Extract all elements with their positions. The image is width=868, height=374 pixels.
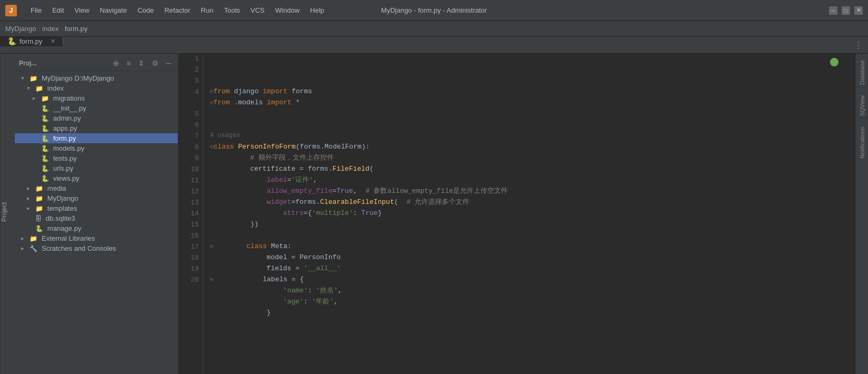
indent-space	[19, 174, 31, 182]
tree-item-media[interactable]: ▸📁media	[15, 183, 178, 193]
code-line-1: ⊖from django import forms	[210, 86, 849, 97]
line-number-12: 12	[182, 186, 199, 198]
line-numbers: 1234 567891011121314151617181920	[178, 54, 204, 374]
menu-item-vcs[interactable]: VCS	[246, 5, 269, 16]
tree-item-templates[interactable]: ▸📁templates	[15, 203, 178, 213]
tree-item---init---py[interactable]: 🐍__init__.py	[15, 103, 178, 113]
tree-arrow	[33, 155, 39, 162]
indent-space	[19, 124, 31, 132]
code-editor[interactable]: 1234 567891011121314151617181920 ⊖from d…	[178, 54, 855, 374]
tree-item-label: MyDjango D:\MyDjango	[42, 74, 114, 82]
tree-item-Scratches-and-Consoles[interactable]: ▸🔧Scratches and Consoles	[15, 243, 178, 253]
tree-arrow	[33, 105, 39, 112]
menu-item-navigate[interactable]: Navigate	[95, 5, 131, 16]
tree-arrow: ▾	[21, 75, 27, 82]
tab-close-icon[interactable]: ✕	[51, 38, 55, 45]
code-line-15: model = PersonInfo	[210, 252, 849, 263]
menu-item-tools[interactable]: Tools	[220, 5, 244, 16]
tree-item-admin-py[interactable]: 🐍admin.py	[15, 113, 178, 123]
indent-space	[19, 104, 31, 112]
tree-item-form-py[interactable]: 🐍form.py	[15, 133, 178, 143]
line-number-14: 14	[182, 209, 199, 220]
tree-item-label: form.py	[53, 134, 76, 142]
expand-all-icon[interactable]: ≡	[124, 58, 133, 68]
right-sidebar-database[interactable]: Database	[858, 56, 866, 89]
line-number-1: 1	[182, 54, 199, 65]
breadcrumb-part-2[interactable]: form.py	[65, 25, 88, 33]
tree-item-db-sqlite3[interactable]: 🗄db.sqlite3	[15, 213, 178, 223]
title-bar: J FileEditViewNavigateCodeRefactorRunToo…	[0, 0, 868, 21]
code-line-9: allow_empty_file=True, # 参数allow_empty_f…	[210, 186, 849, 197]
code-line-19: 'age': '年龄',	[210, 297, 849, 308]
code-line-8: label='证件',	[210, 175, 849, 186]
code-line-17: ⊖ labels = {	[210, 274, 849, 286]
indent-space	[19, 84, 25, 92]
menu-item-view[interactable]: View	[70, 5, 93, 16]
right-sidebar-sqview[interactable]: SQView	[858, 91, 866, 121]
tree-item-MyDjango--D--MyDjango[interactable]: ▾📁MyDjango D:\MyDjango	[15, 73, 178, 83]
indent-space	[19, 184, 25, 192]
code-line-20: }	[210, 308, 849, 319]
file-icon: 📁	[35, 185, 43, 192]
tree-arrow	[33, 175, 39, 182]
tree-item-urls-py[interactable]: 🐍urls.py	[15, 163, 178, 173]
maximize-button[interactable]: □	[842, 6, 850, 15]
menu-item-code[interactable]: Code	[133, 5, 158, 16]
more-actions-icon[interactable]: ⋮	[853, 39, 864, 52]
code-area[interactable]: ⊖from django import forms⊖from .models i…	[204, 54, 855, 374]
breadcrumb-separator: ›	[59, 25, 65, 33]
menu-item-refactor[interactable]: Refactor	[160, 5, 195, 16]
tree-arrow: ▸	[21, 235, 27, 242]
tree-item-label: views.py	[53, 174, 80, 182]
tree-item-views-py[interactable]: 🐍views.py	[15, 173, 178, 183]
tree-item-tests-py[interactable]: 🐍tests.py	[15, 153, 178, 163]
menu-item-window[interactable]: Window	[271, 5, 304, 16]
code-line-6: # 额外字段，文件上存控件	[210, 153, 849, 164]
close-button[interactable]: ✕	[854, 6, 863, 15]
tree-item-MyDjango[interactable]: ▸📁MyDjango	[15, 193, 178, 203]
code-line-7: certificate = forms.FileField(	[210, 164, 849, 175]
app-logo: J	[5, 5, 17, 16]
file-icon: 🐍	[35, 225, 43, 232]
tree-arrow	[33, 115, 39, 122]
usages-hint-linenum	[182, 98, 199, 109]
breadcrumb-separator: ›	[36, 25, 43, 33]
window-title: MyDjango - form.py - Administrator	[381, 6, 487, 14]
tree-item-apps-py[interactable]: 🐍apps.py	[15, 123, 178, 133]
menu-item-edit[interactable]: Edit	[48, 5, 68, 16]
file-icon: 🗄	[35, 215, 42, 222]
add-file-icon[interactable]: ⊕	[111, 58, 121, 68]
file-icon: 🐍	[41, 135, 49, 142]
tree-item-label: apps.py	[53, 124, 78, 132]
tab-bar: 🐍 form.py ✕ ⋮	[0, 37, 868, 54]
menu-item-help[interactable]: Help	[306, 5, 329, 16]
tab-form-py[interactable]: 🐍 form.py ✕	[0, 37, 63, 46]
breadcrumb-part-1[interactable]: index	[42, 25, 59, 33]
right-sidebar-notifications[interactable]: Notifications	[858, 123, 866, 163]
collapse-all-icon[interactable]: ⇕	[136, 58, 147, 68]
menu-item-file[interactable]: File	[26, 5, 46, 16]
indent-space	[19, 214, 25, 222]
menu-item-run[interactable]: Run	[197, 5, 218, 16]
breadcrumb-part-0[interactable]: MyDjango	[5, 25, 36, 33]
file-icon: 🐍	[41, 175, 49, 182]
menu-bar: FileEditViewNavigateCodeRefactorRunTools…	[26, 5, 329, 16]
tree-item-External-Libraries[interactable]: ▸📁External Libraries	[15, 233, 178, 243]
tree-item-label: media	[47, 184, 66, 192]
tree-item-models-py[interactable]: 🐍models.py	[15, 143, 178, 153]
line-number-9: 9	[182, 153, 199, 164]
tree-arrow	[33, 165, 39, 172]
tree-item-migrations[interactable]: ▸📁migrations	[15, 93, 178, 103]
tree-item-index[interactable]: ▾📁index	[15, 83, 178, 93]
tree-content: ▾📁MyDjango D:\MyDjango ▾📁index ▸📁migrati…	[15, 73, 178, 253]
settings-icon[interactable]: ⚙	[150, 58, 161, 68]
hide-panel-icon[interactable]: ─	[164, 58, 173, 68]
indent-space	[19, 144, 31, 152]
code-line-18: 'name': '姓名',	[210, 286, 849, 297]
tree-item-manage-py[interactable]: 🐍manage.py	[15, 223, 178, 233]
code-line-4	[210, 120, 849, 131]
indent-space	[19, 114, 31, 122]
project-sidebar-label[interactable]: Project	[0, 54, 15, 374]
minimize-button[interactable]: ─	[829, 6, 837, 15]
breadcrumb-bar: MyDjango › index › form.py	[0, 21, 868, 37]
